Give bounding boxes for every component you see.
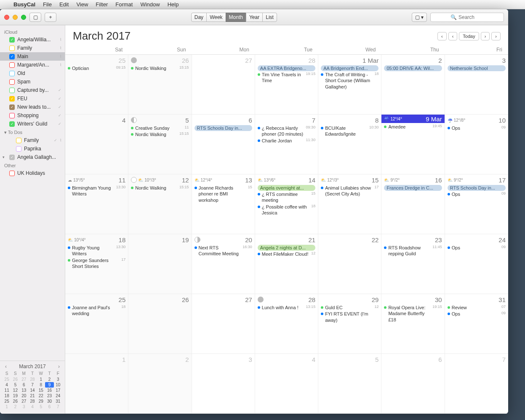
day-cell[interactable]: 30Royal Opera Live: Madame Butterfly £18… — [381, 294, 445, 353]
timed-event[interactable]: Creative Sunday11 — [131, 125, 189, 131]
timed-event[interactable]: RTS Roadshow repping Guild11:45 — [384, 245, 442, 257]
day-cell[interactable]: 19 — [128, 234, 192, 294]
calendar-list-item[interactable]: Margaret/An...⌇ — [0, 61, 65, 69]
day-cell[interactable]: 3Nethersole School — [445, 55, 508, 114]
timed-event[interactable]: Nordic Walking15:15 — [131, 185, 189, 191]
timed-event[interactable]: Animal Lullabies show (Secret City Arts)… — [321, 185, 378, 197]
day-cell[interactable]: 1 MarAA Bridgenorth End...The Craft of W… — [318, 55, 381, 114]
calendar-list-item[interactable]: ▾✓Angela Gallagh... — [0, 153, 65, 161]
calendar-checkbox[interactable] — [16, 146, 21, 152]
calendar-checkbox[interactable]: ✓ — [9, 121, 15, 127]
menu-item[interactable]: File — [43, 1, 52, 8]
calendar-list-item[interactable]: Family✓⌇ — [0, 136, 65, 144]
calendar-list-item[interactable]: ✓Main⌇ — [0, 52, 65, 61]
mini-cal-next-button[interactable]: › — [56, 364, 61, 369]
day-cell[interactable]: 205:00 DRIVE AA: Wil... — [381, 55, 445, 114]
day-cell[interactable]: ☔12°/8°10Ops09 — [445, 115, 508, 174]
mini-cal-day[interactable]: 8 — [37, 382, 45, 388]
view-week-button[interactable]: Week — [206, 13, 226, 22]
day-cell[interactable]: 2 — [128, 354, 192, 413]
day-cell[interactable]: 5 — [318, 354, 381, 413]
mini-cal-day[interactable]: 27 — [20, 399, 28, 404]
mini-cal-day[interactable]: 4 — [28, 404, 37, 409]
mini-cal-day[interactable]: 29 — [37, 399, 45, 404]
timed-event[interactable]: Next RTS Committee Meeting16:30 — [195, 245, 252, 257]
mini-cal-day[interactable]: 11 — [3, 388, 11, 393]
prev-month-button[interactable]: ‹ — [437, 32, 447, 40]
day-cell[interactable]: ☁13°/5°11Birmingham Young Writers13:30 — [65, 174, 128, 234]
mini-cal-day[interactable]: 27 — [20, 377, 28, 382]
mini-cal-day[interactable]: 22 — [37, 393, 45, 399]
day-cell[interactable]: 28Lunch with Anna !13:15 — [255, 294, 318, 353]
calendar-list-item[interactable]: ✓Angela/Willia...⌇ — [0, 35, 65, 44]
timed-event[interactable]: Tim Vine Travels in Time19:15 — [258, 72, 315, 84]
day-cell[interactable]: 7¿ Rebecca Hardy phoner (20 minutes)09:3… — [255, 115, 318, 174]
all-day-event[interactable]: Frances Dredge in C... — [384, 185, 442, 191]
mini-cal-day[interactable]: 1 — [3, 404, 11, 409]
mini-cal-day[interactable]: 2 — [11, 404, 19, 409]
timed-event[interactable]: Royal Opera Live: Madame Butterfly £1819… — [384, 305, 442, 323]
calendar-checkbox[interactable] — [9, 79, 15, 85]
menu-item[interactable]: Help — [168, 1, 179, 8]
menu-item[interactable]: View — [76, 1, 88, 8]
all-day-event[interactable]: RTS Schools Day in... — [448, 185, 506, 191]
timed-event[interactable]: Joanne Richards phoner re BMI workshop15 — [195, 185, 252, 203]
search-input[interactable] — [458, 14, 484, 20]
all-day-event[interactable]: Nethersole School — [448, 65, 506, 71]
day-cell[interactable]: 6 — [381, 354, 445, 413]
mini-cal-day[interactable]: 26 — [11, 399, 19, 404]
timed-event[interactable]: Nordic Walking15:15 — [131, 65, 189, 71]
day-cell[interactable]: 29Guld EC12FYI RTS EVENT (I'm away) — [318, 294, 381, 353]
mini-cal-day[interactable]: 7 — [54, 404, 62, 409]
add-button[interactable]: + — [45, 13, 56, 22]
day-cell[interactable]: 3 — [192, 354, 255, 413]
calendar-checkbox[interactable]: ✓ — [9, 155, 15, 160]
mini-cal-day[interactable]: 25 — [3, 377, 11, 382]
menu-item[interactable]: Filter — [96, 1, 108, 8]
mini-cal-day[interactable]: 28 — [28, 377, 37, 382]
day-cell[interactable]: 21Angela 2 nights at D...Meet FileMaker … — [255, 234, 318, 294]
mini-cal-day[interactable]: 23 — [45, 393, 53, 399]
mini-cal-day[interactable]: 7 — [28, 382, 37, 388]
day-cell[interactable]: ⛅12°/4°13Joanne Richards phoner re BMI w… — [192, 174, 255, 234]
mini-cal-day[interactable]: 9 — [45, 382, 53, 388]
all-day-event[interactable]: RTS Schools Day in... — [195, 125, 252, 131]
timed-event[interactable]: Guld EC12 — [321, 305, 378, 310]
day-cell[interactable]: 26 — [128, 294, 192, 353]
all-day-event[interactable]: 05:00 DRIVE AA: Wil... — [384, 65, 442, 71]
calendar-checkbox[interactable]: ✓ — [9, 54, 15, 59]
all-day-event[interactable]: Angela 2 nights at D... — [258, 245, 315, 251]
mini-cal-day[interactable]: 16 — [45, 388, 53, 393]
calendar-list-item[interactable]: Shopping✓ — [0, 111, 65, 120]
timed-event[interactable]: Birmingham Young Writers13:30 — [68, 185, 125, 197]
timed-event[interactable]: ¿ RTS committee meeting15 — [258, 191, 315, 203]
view-day-button[interactable]: Day — [191, 13, 207, 22]
calendar-list-item[interactable]: Spam — [0, 78, 65, 86]
mini-cal-prev-button[interactable]: ‹ — [3, 364, 8, 369]
mini-cal-day[interactable]: 5 — [37, 404, 45, 409]
day-cell[interactable]: 4 — [255, 354, 318, 413]
mini-cal-day[interactable]: 13 — [20, 388, 28, 393]
mini-cal-day[interactable]: 3 — [20, 404, 28, 409]
calendar-list-item[interactable]: Paprika — [0, 144, 65, 153]
zoom-button[interactable] — [21, 15, 26, 20]
mini-cal-day[interactable]: 30 — [45, 399, 53, 404]
view-list-button[interactable]: List — [262, 13, 277, 22]
mini-cal-day[interactable]: 26 — [11, 377, 19, 382]
mini-cal-day[interactable]: 12 — [11, 388, 19, 393]
day-cell[interactable]: 25Joanne and Paul's wedding18 — [65, 294, 128, 353]
timed-event[interactable]: Ops09 — [448, 125, 506, 131]
mini-cal-day[interactable]: 25 — [3, 399, 11, 404]
mini-cal-day[interactable]: 17 — [54, 388, 62, 393]
mini-cal-day[interactable]: 10 — [54, 382, 62, 388]
mini-cal-day[interactable]: 2 — [45, 377, 53, 382]
timed-event[interactable]: Rugby Young Writers13:30 — [68, 245, 125, 257]
day-cell[interactable]: 23RTS Roadshow repping Guild11:45 — [381, 234, 445, 294]
timed-event[interactable]: Review07 — [448, 305, 506, 310]
day-cell[interactable]: ⛅9°/2°16Frances Dredge in C... — [381, 174, 445, 234]
mini-cal-day[interactable]: 24 — [54, 393, 62, 399]
all-day-event[interactable]: Angela overnight at... — [258, 185, 315, 191]
next-button-alt[interactable]: › — [481, 32, 490, 40]
day-cell[interactable]: ⛅10°/4°18Rugby Young Writers13:30George … — [65, 234, 128, 294]
day-cell[interactable]: 4 — [65, 115, 128, 174]
